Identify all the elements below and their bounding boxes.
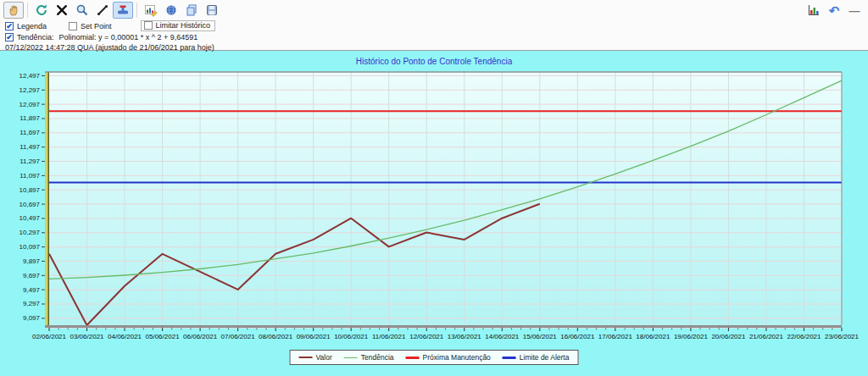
y-tick-label: 11,297: [19, 158, 40, 165]
toolbar: ↶ —: [0, 0, 868, 20]
checkbox-checked-icon: ✔: [5, 33, 14, 41]
save-button[interactable]: [202, 2, 222, 19]
y-tick-label: 9,097: [23, 314, 41, 322]
x-tick-label: 22/06/2021: [787, 333, 821, 340]
x-tick-label: 10/06/2021: [334, 333, 369, 340]
undo-icon: ↶: [829, 4, 840, 17]
valve-icon: [116, 3, 130, 17]
x-tick-label: 11/06/2021: [372, 333, 406, 340]
limitar-historico-checkbox[interactable]: Limitar Histórico: [144, 21, 211, 30]
checkbox-unchecked-icon: [144, 21, 153, 30]
x-tick-label: 04/06/2021: [108, 333, 142, 340]
y-tick-label: 11,497: [19, 143, 40, 151]
x-tick-label: 17/06/2021: [598, 333, 633, 340]
legenda-checkbox[interactable]: ✔ Legenda: [5, 22, 47, 30]
magnifier-button[interactable]: [72, 2, 92, 19]
x-tick-label: 08/06/2021: [259, 333, 293, 340]
legend-dash-icon: [299, 357, 313, 358]
limitar-historico-group: Limitar Histórico: [141, 20, 216, 31]
x-tick-label: 06/06/2021: [183, 333, 218, 340]
fit-zoom-icon: [55, 3, 69, 17]
y-tick-label: 10,897: [19, 186, 41, 194]
y-tick-label: 10,697: [19, 201, 41, 208]
legend-dash-icon: [344, 357, 358, 358]
refresh-icon: [35, 3, 48, 17]
x-tick-label: 23/06/2021: [825, 333, 860, 340]
y-tick-label: 9,497: [23, 286, 41, 294]
line-tool-icon: [96, 3, 109, 17]
chart-edit-button[interactable]: [141, 2, 161, 19]
legend-item: Próxima Manutenção: [406, 353, 491, 362]
legend-item: Valor: [299, 353, 332, 362]
x-tick-label: 09/06/2021: [297, 333, 331, 340]
set-point-label: Set Point: [81, 22, 112, 30]
y-tick-label: 9,897: [23, 257, 41, 265]
x-tick-label: 05/06/2021: [146, 333, 181, 340]
chart-region: Histórico do Ponto de Controle Tendência…: [0, 52, 868, 376]
pan-hand-button[interactable]: [3, 2, 24, 19]
x-tick-label: 20/06/2021: [711, 333, 746, 340]
chart-plot[interactable]: 12,49712,29712,09711,89711,69711,49711,2…: [2, 69, 861, 348]
fit-zoom-button[interactable]: [52, 2, 72, 19]
set-point-checkbox[interactable]: Set Point: [69, 22, 112, 30]
y-tick-label: 11,697: [19, 129, 40, 136]
minimize-button[interactable]: —: [844, 2, 865, 19]
save-icon: [205, 3, 219, 17]
checkbox-checked-icon: ✔: [5, 22, 14, 30]
line-tool-button[interactable]: [92, 2, 113, 19]
toolbar-separator: [27, 3, 28, 18]
x-tick-label: 02/06/2021: [32, 333, 67, 340]
chart-edit-icon: [144, 3, 158, 17]
y-tick-label: 10,297: [19, 229, 41, 236]
x-tick-label: 07/06/2021: [221, 333, 256, 340]
report-chart-button[interactable]: [804, 2, 824, 19]
x-tick-label: 15/06/2021: [523, 333, 558, 340]
tendencia-formula: Polinomial: y = 0,00001 * x ^ 2 + 9,6459…: [59, 33, 198, 41]
report-chart-icon: [807, 3, 821, 17]
chart-title: Histórico do Ponto de Controle Tendência: [0, 57, 868, 66]
chart-legend: ValorTendênciaPróxima ManutençãoLimite d…: [290, 350, 579, 365]
legenda-label: Legenda: [17, 22, 47, 30]
x-tick-label: 19/06/2021: [674, 333, 709, 340]
x-tick-label: 13/06/2021: [448, 333, 482, 340]
x-tick-label: 12/06/2021: [409, 333, 444, 340]
y-tick-label: 11,897: [19, 114, 40, 122]
y-tick-label: 11,097: [19, 172, 40, 180]
legend-label: Tendência: [361, 353, 394, 362]
legend-label: Limite de Alerta: [520, 353, 570, 362]
x-tick-label: 16/06/2021: [560, 333, 595, 340]
undo-button[interactable]: ↶: [824, 2, 844, 19]
y-tick-label: 10,497: [19, 214, 41, 222]
y-tick-label: 9,297: [23, 300, 41, 307]
legend-label: Próxima Manutenção: [423, 353, 491, 362]
x-tick-label: 21/06/2021: [749, 333, 784, 340]
globe-icon: [164, 3, 178, 17]
valve-button[interactable]: [113, 2, 133, 19]
toolbar-separator: [136, 3, 137, 18]
copy-button[interactable]: [181, 2, 202, 19]
y-tick-label: 12,297: [19, 86, 41, 94]
legend-item: Limite de Alerta: [503, 353, 570, 362]
legend-dash-icon: [406, 357, 420, 359]
tendencia-checkbox[interactable]: ✔ Tendência:: [5, 33, 54, 41]
globe-button[interactable]: [161, 2, 181, 19]
x-tick-label: 14/06/2021: [485, 333, 520, 340]
tendencia-label: Tendência:: [17, 33, 54, 41]
y-tick-label: 12,097: [19, 101, 41, 108]
y-tick-label: 9,697: [23, 272, 41, 279]
x-tick-label: 18/06/2021: [636, 333, 670, 340]
magnifier-icon: [75, 3, 89, 17]
legend-dash-icon: [503, 357, 516, 359]
refresh-button[interactable]: [31, 2, 52, 19]
y-tick-label: 10,097: [19, 243, 41, 251]
control-panel: ↶ — ✔ Legenda Set Point Limitar Históric…: [0, 0, 868, 51]
chart-svg[interactable]: 12,49712,29712,09711,89711,69711,49711,2…: [2, 69, 861, 348]
legend-label: Valor: [316, 353, 332, 362]
x-tick-label: 03/06/2021: [70, 333, 105, 340]
pan-hand-icon: [7, 3, 20, 17]
limitar-historico-label: Limitar Histórico: [156, 21, 211, 30]
checkbox-unchecked-icon: [69, 22, 77, 30]
copy-icon: [185, 3, 198, 17]
minimize-icon: —: [849, 5, 860, 16]
y-tick-label: 12,497: [19, 72, 41, 80]
